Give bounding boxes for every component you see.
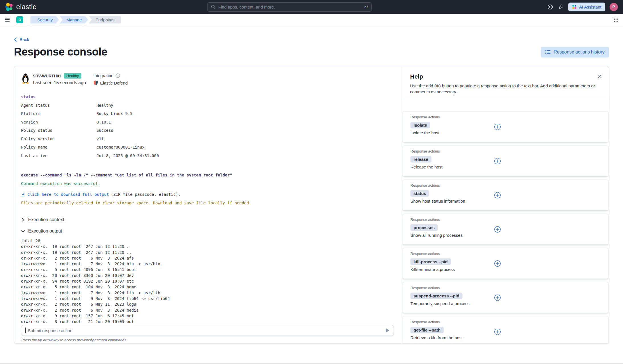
action-card-release: Response actions release Release the hos… — [402, 146, 608, 176]
question-circle-icon[interactable]: ? — [116, 73, 120, 78]
action-card-get-file: Response actions get-file --path Retriev… — [402, 316, 608, 344]
help-panel-title: Help — [410, 73, 423, 80]
status-output-block: status Agent statusHealthy PlatformRocky… — [14, 93, 402, 160]
host-name: SRV-WURTH01 — [33, 74, 61, 78]
help-panel-description: Use the add (⊕) button to populate a res… — [402, 80, 609, 100]
page-title: Response console — [14, 46, 107, 58]
add-action-button[interactable] — [494, 192, 501, 199]
status-row: Last activeJul 8, 2025 @ 09:54:31.000 — [21, 152, 395, 160]
breadcrumb-bar: D Security Manage Endpoints — [0, 14, 623, 26]
response-actions-history-button[interactable]: Response actions history — [541, 47, 609, 57]
console-panel: SRV-WURTH01 Healthy Last seen 15 seconds… — [14, 66, 609, 344]
svg-text:?: ? — [117, 74, 118, 77]
action-command-chip: suspend-process --pid — [410, 293, 462, 299]
host-health-badge: Healthy — [64, 73, 81, 79]
news-feed-icon[interactable] — [558, 4, 564, 10]
action-card-suspend-process: Response actions suspend-process --pid T… — [402, 282, 608, 313]
add-action-button[interactable] — [494, 294, 501, 301]
action-command-chip: processes — [410, 224, 438, 231]
action-command-chip: isolate — [410, 122, 430, 128]
close-icon[interactable] — [597, 73, 603, 80]
status-command-title: status — [21, 93, 395, 101]
host-last-seen: Last seen 15 seconds ago — [33, 80, 86, 85]
search-shortcut-hint: ^/ — [364, 5, 368, 9]
execution-output-accordion[interactable]: Execution output — [21, 225, 62, 237]
download-icon — [21, 192, 25, 197]
response-actions-list: Response actions isolate Isolate the hos… — [402, 100, 609, 344]
status-row: Policy statusSuccess — [21, 126, 395, 135]
integration-label: Integration — [93, 73, 114, 78]
status-row: Version8.18.1 — [21, 118, 395, 127]
command-success-message: Command execution was successful. — [21, 179, 395, 188]
add-action-button[interactable] — [494, 124, 501, 130]
ai-assistant-label: AI Assistant — [579, 5, 601, 9]
status-row: Policy namecustomer000001-Linux — [21, 143, 395, 152]
status-row: Agent statusHealthy — [21, 101, 395, 110]
defend-shield-icon — [93, 80, 98, 85]
list-icon — [545, 50, 551, 54]
add-action-button[interactable] — [494, 260, 501, 267]
action-command-chip: release — [410, 156, 431, 163]
text-cursor — [25, 328, 26, 333]
add-action-button[interactable] — [494, 226, 501, 233]
menu-icon[interactable] — [5, 17, 10, 22]
file-retention-warning: Files are periodically deleted to clear … — [21, 199, 395, 207]
input-placeholder: Submit response action — [28, 328, 73, 333]
elastic-logo-text: elastic — [16, 3, 36, 11]
linux-tux-icon — [21, 73, 30, 84]
help-menu-icon[interactable] — [547, 4, 553, 10]
response-action-input[interactable]: Submit response action — [21, 325, 394, 336]
elastic-logo[interactable]: elastic — [5, 3, 36, 11]
search-placeholder: Find apps, content, and more. — [218, 5, 275, 9]
back-label: Back — [20, 37, 29, 42]
ai-assistant-button[interactable]: AI Assistant — [568, 3, 605, 11]
execution-context-accordion[interactable]: Execution context — [21, 214, 64, 225]
status-row: Policy versionv11 — [21, 135, 395, 143]
response-console-page: Back Response console Response actions h… — [0, 37, 623, 344]
command-result-block: execute --command "ls -la /" --comment "… — [14, 171, 402, 207]
ai-assistant-icon — [572, 5, 577, 9]
console-area: SRV-WURTH01 Healthy Last seen 15 seconds… — [14, 66, 402, 344]
action-command-chip: kill-process --pid — [410, 258, 451, 265]
help-panel: Help Use the add (⊕) button to populate … — [402, 66, 609, 344]
chevron-right-icon — [21, 218, 25, 222]
input-history-hint: Press the up arrow key to access previou… — [21, 338, 402, 342]
breadcrumb-security[interactable]: Security — [30, 16, 59, 24]
apps-grid-icon[interactable] — [614, 17, 618, 22]
bottom-divider — [0, 363, 623, 364]
global-search-input[interactable]: Find apps, content, and more. ^/ — [207, 2, 372, 12]
command-echo: execute --command "ls -la /" --comment "… — [21, 171, 395, 179]
integration-name: Elastic Defend — [100, 81, 128, 85]
action-card-processes: Response actions processes Show all runn… — [402, 214, 608, 244]
global-header: elastic Find apps, content, and more. ^/… — [0, 0, 623, 14]
response-actions-history-label: Response actions history — [554, 50, 605, 55]
download-passcode-note: (ZIP file passcode: elastic). — [111, 190, 180, 199]
breadcrumb: Security Manage Endpoints — [30, 16, 121, 24]
action-card-status: Response actions status Show host status… — [402, 180, 608, 210]
action-card-kill-process: Response actions kill-process --pid Kill… — [402, 248, 608, 279]
chevron-left-icon — [14, 37, 17, 42]
execution-output-text: total 28 dr-xr-xr-x. 19 root root 247 Ju… — [14, 238, 402, 323]
breadcrumb-endpoints: Endpoints — [89, 16, 121, 24]
elastic-logo-icon — [5, 3, 13, 11]
search-icon — [211, 5, 216, 9]
download-full-output-link[interactable]: Click here to download full output — [27, 190, 109, 199]
add-action-button[interactable] — [494, 158, 501, 164]
space-badge[interactable]: D — [16, 16, 23, 23]
user-avatar[interactable]: P — [610, 3, 618, 11]
add-action-button[interactable] — [494, 328, 501, 335]
back-link[interactable]: Back — [14, 37, 29, 42]
status-row: PlatformRocky Linux 9.5 — [21, 110, 395, 118]
action-card-isolate: Response actions isolate Isolate the hos… — [402, 112, 608, 142]
action-command-chip: get-file --path — [410, 327, 444, 333]
action-command-chip: status — [410, 190, 429, 197]
breadcrumb-manage[interactable]: Manage — [59, 16, 88, 24]
submit-action-icon[interactable] — [385, 328, 390, 333]
chevron-down-icon — [21, 229, 25, 233]
